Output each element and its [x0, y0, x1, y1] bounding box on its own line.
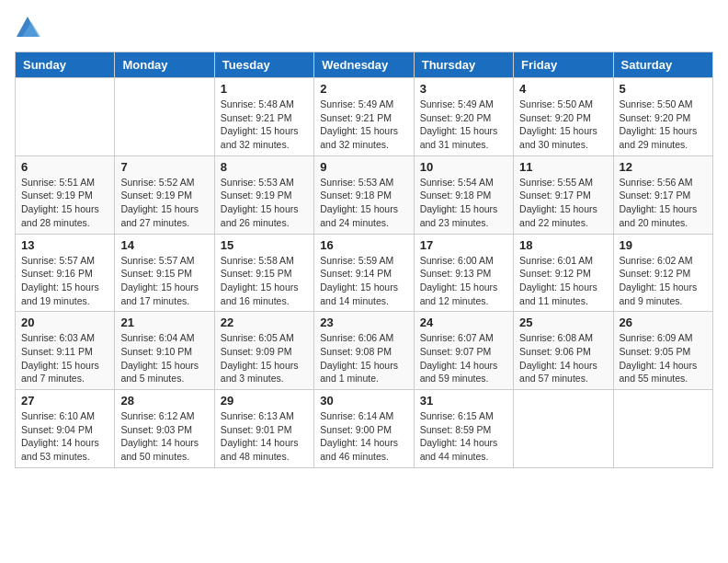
day-number: 27: [21, 394, 108, 408]
day-info: Sunrise: 5:56 AMSunset: 9:17 PMDaylight:…: [620, 176, 707, 230]
day-number: 3: [420, 82, 507, 96]
calendar-cell: [115, 78, 214, 156]
day-info: Sunrise: 5:58 AMSunset: 9:15 PMDaylight:…: [221, 254, 308, 308]
calendar-cell: 2Sunrise: 5:49 AMSunset: 9:21 PMDaylight…: [314, 78, 414, 156]
day-number: 12: [620, 160, 707, 174]
calendar-cell: 1Sunrise: 5:48 AMSunset: 9:21 PMDaylight…: [214, 78, 313, 156]
day-info: Sunrise: 5:49 AMSunset: 9:21 PMDaylight:…: [320, 98, 407, 152]
calendar-cell: 29Sunrise: 6:13 AMSunset: 9:01 PMDayligh…: [214, 390, 313, 468]
day-number: 2: [320, 82, 407, 96]
day-number: 28: [120, 394, 208, 408]
day-number: 20: [21, 316, 108, 329]
day-info: Sunrise: 5:53 AMSunset: 9:19 PMDaylight:…: [221, 176, 308, 230]
calendar-cell: 6Sunrise: 5:51 AMSunset: 9:19 PMDaylight…: [16, 155, 115, 234]
calendar-header-saturday: Saturday: [613, 52, 712, 78]
calendar-cell: 22Sunrise: 6:05 AMSunset: 9:09 PMDayligh…: [214, 312, 313, 390]
calendar-cell: 12Sunrise: 5:56 AMSunset: 9:17 PMDayligh…: [613, 155, 712, 234]
calendar-cell: 9Sunrise: 5:53 AMSunset: 9:18 PMDaylight…: [314, 155, 414, 234]
calendar-cell: 26Sunrise: 6:09 AMSunset: 9:05 PMDayligh…: [613, 312, 712, 390]
calendar-cell: 31Sunrise: 6:15 AMSunset: 8:59 PMDayligh…: [414, 390, 513, 468]
day-info: Sunrise: 6:03 AMSunset: 9:11 PMDaylight:…: [21, 331, 108, 385]
day-number: 24: [420, 316, 507, 329]
calendar-header-wednesday: Wednesday: [314, 52, 414, 78]
calendar-week-row: 13Sunrise: 5:57 AMSunset: 9:16 PMDayligh…: [16, 234, 713, 312]
calendar-cell: 5Sunrise: 5:50 AMSunset: 9:20 PMDaylight…: [613, 78, 712, 156]
day-info: Sunrise: 5:57 AMSunset: 9:15 PMDaylight:…: [120, 254, 208, 308]
day-info: Sunrise: 5:52 AMSunset: 9:19 PMDaylight:…: [120, 176, 208, 230]
day-info: Sunrise: 5:55 AMSunset: 9:17 PMDaylight:…: [519, 176, 607, 230]
calendar-cell: 23Sunrise: 6:06 AMSunset: 9:08 PMDayligh…: [314, 312, 414, 390]
day-info: Sunrise: 5:59 AMSunset: 9:14 PMDaylight:…: [320, 254, 407, 308]
day-number: 9: [320, 160, 407, 174]
calendar-cell: 19Sunrise: 6:02 AMSunset: 9:12 PMDayligh…: [613, 234, 712, 312]
day-number: 22: [221, 316, 308, 329]
day-info: Sunrise: 5:54 AMSunset: 9:18 PMDaylight:…: [420, 176, 507, 230]
calendar-header-sunday: Sunday: [16, 52, 115, 78]
logo-icon: [15, 15, 40, 40]
day-number: 10: [420, 160, 507, 174]
calendar-cell: 13Sunrise: 5:57 AMSunset: 9:16 PMDayligh…: [16, 234, 115, 312]
day-number: 14: [120, 238, 208, 252]
day-number: 18: [519, 238, 607, 252]
calendar-cell: 17Sunrise: 6:00 AMSunset: 9:13 PMDayligh…: [414, 234, 513, 312]
calendar-header-thursday: Thursday: [414, 52, 513, 78]
day-info: Sunrise: 6:06 AMSunset: 9:08 PMDaylight:…: [320, 331, 407, 385]
calendar-cell: 27Sunrise: 6:10 AMSunset: 9:04 PMDayligh…: [16, 390, 115, 468]
day-number: 31: [420, 394, 507, 408]
day-number: 11: [519, 160, 607, 174]
day-info: Sunrise: 6:02 AMSunset: 9:12 PMDaylight:…: [620, 254, 707, 308]
calendar-cell: 30Sunrise: 6:14 AMSunset: 9:00 PMDayligh…: [314, 390, 414, 468]
day-info: Sunrise: 6:10 AMSunset: 9:04 PMDaylight:…: [21, 409, 108, 464]
calendar-cell: 20Sunrise: 6:03 AMSunset: 9:11 PMDayligh…: [16, 312, 115, 390]
calendar-cell: 14Sunrise: 5:57 AMSunset: 9:15 PMDayligh…: [115, 234, 214, 312]
calendar-cell: 11Sunrise: 5:55 AMSunset: 9:17 PMDayligh…: [514, 155, 613, 234]
calendar-cell: 25Sunrise: 6:08 AMSunset: 9:06 PMDayligh…: [514, 312, 613, 390]
day-number: 7: [120, 160, 208, 174]
calendar-week-row: 6Sunrise: 5:51 AMSunset: 9:19 PMDaylight…: [16, 155, 713, 234]
day-number: 30: [320, 394, 407, 408]
day-number: 4: [519, 82, 607, 96]
day-info: Sunrise: 5:48 AMSunset: 9:21 PMDaylight:…: [221, 98, 308, 152]
day-info: Sunrise: 5:53 AMSunset: 9:18 PMDaylight:…: [320, 176, 407, 230]
day-info: Sunrise: 6:04 AMSunset: 9:10 PMDaylight:…: [120, 331, 208, 385]
day-number: 6: [21, 160, 108, 174]
calendar-header-monday: Monday: [115, 52, 214, 78]
calendar-week-row: 27Sunrise: 6:10 AMSunset: 9:04 PMDayligh…: [16, 390, 713, 468]
day-info: Sunrise: 6:09 AMSunset: 9:05 PMDaylight:…: [620, 331, 707, 385]
day-number: 29: [221, 394, 308, 408]
day-number: 21: [120, 316, 208, 329]
day-number: 19: [620, 238, 707, 252]
day-number: 5: [620, 82, 707, 96]
day-number: 15: [221, 238, 308, 252]
calendar-table: SundayMondayTuesdayWednesdayThursdayFrid…: [15, 52, 713, 468]
calendar-cell: 8Sunrise: 5:53 AMSunset: 9:19 PMDaylight…: [214, 155, 313, 234]
day-number: 26: [620, 316, 707, 329]
calendar-cell: 16Sunrise: 5:59 AMSunset: 9:14 PMDayligh…: [314, 234, 414, 312]
day-info: Sunrise: 6:00 AMSunset: 9:13 PMDaylight:…: [420, 254, 507, 308]
calendar-cell: 4Sunrise: 5:50 AMSunset: 9:20 PMDaylight…: [514, 78, 613, 156]
day-info: Sunrise: 5:50 AMSunset: 9:20 PMDaylight:…: [519, 98, 607, 152]
day-info: Sunrise: 5:49 AMSunset: 9:20 PMDaylight:…: [420, 98, 507, 152]
calendar-cell: [514, 390, 613, 468]
day-number: 17: [420, 238, 507, 252]
calendar-cell: 21Sunrise: 6:04 AMSunset: 9:10 PMDayligh…: [115, 312, 214, 390]
day-number: 8: [221, 160, 308, 174]
day-number: 25: [519, 316, 607, 329]
day-info: Sunrise: 6:05 AMSunset: 9:09 PMDaylight:…: [221, 331, 308, 385]
calendar-cell: 18Sunrise: 6:01 AMSunset: 9:12 PMDayligh…: [514, 234, 613, 312]
calendar-header-tuesday: Tuesday: [214, 52, 313, 78]
calendar-cell: [613, 390, 712, 468]
calendar-cell: 7Sunrise: 5:52 AMSunset: 9:19 PMDaylight…: [115, 155, 214, 234]
day-info: Sunrise: 6:08 AMSunset: 9:06 PMDaylight:…: [519, 331, 607, 385]
day-number: 1: [221, 82, 308, 96]
calendar-cell: 28Sunrise: 6:12 AMSunset: 9:03 PMDayligh…: [115, 390, 214, 468]
day-info: Sunrise: 5:57 AMSunset: 9:16 PMDaylight:…: [21, 254, 108, 308]
calendar-week-row: 1Sunrise: 5:48 AMSunset: 9:21 PMDaylight…: [16, 78, 713, 156]
day-info: Sunrise: 6:14 AMSunset: 9:00 PMDaylight:…: [320, 409, 407, 464]
calendar-cell: 24Sunrise: 6:07 AMSunset: 9:07 PMDayligh…: [414, 312, 513, 390]
calendar-header-row: SundayMondayTuesdayWednesdayThursdayFrid…: [16, 52, 713, 78]
logo: [15, 15, 44, 40]
calendar-cell: 3Sunrise: 5:49 AMSunset: 9:20 PMDaylight…: [414, 78, 513, 156]
calendar-cell: [16, 78, 115, 156]
day-info: Sunrise: 6:07 AMSunset: 9:07 PMDaylight:…: [420, 331, 507, 385]
